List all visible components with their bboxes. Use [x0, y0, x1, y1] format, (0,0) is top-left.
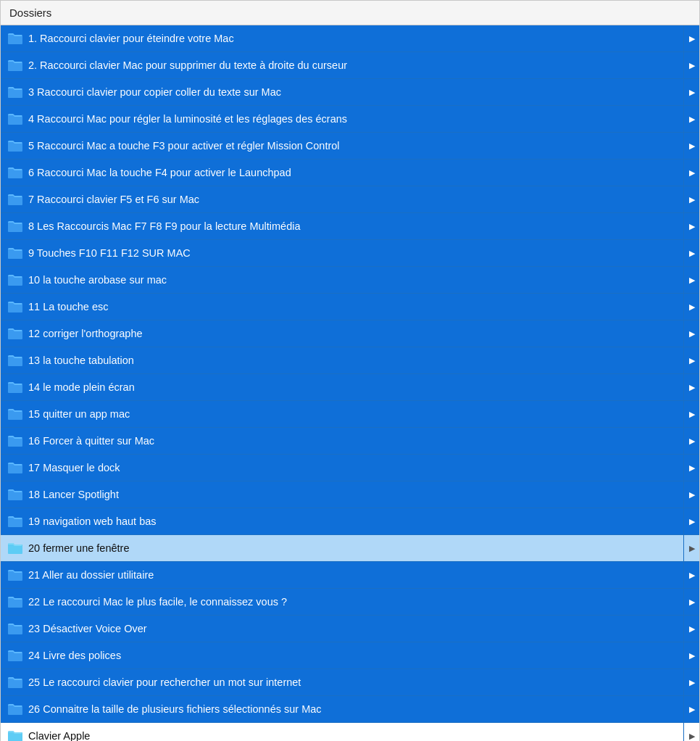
folder-icon — [5, 407, 25, 421]
folder-icon — [5, 595, 25, 609]
chevron-right-icon: ▶ — [683, 616, 699, 642]
list-item[interactable]: 12 corriger l'orthographe▶ — [1, 320, 699, 347]
list-item[interactable]: 22 Le raccourci Mac le plus facile, le c… — [1, 589, 699, 616]
list-item[interactable]: 7 Raccourci clavier F5 et F6 sur Mac▶ — [1, 186, 699, 213]
chevron-right-icon: ▶ — [683, 133, 699, 159]
folder-icon — [5, 568, 25, 582]
folder-icon — [5, 675, 25, 690]
item-label: 26 Connaitre la taille de plusieurs fich… — [25, 698, 683, 720]
list-item[interactable]: 16 Forcer à quitter sur Mac▶ — [1, 428, 699, 455]
list-item[interactable]: 2. Raccourci clavier Mac pour supprimer … — [1, 52, 699, 79]
folder-icon — [5, 702, 25, 716]
chevron-right-icon: ▶ — [683, 25, 699, 51]
folder-icon — [5, 514, 25, 529]
item-label: 7 Raccourci clavier F5 et F6 sur Mac — [25, 189, 683, 210]
list-item[interactable]: 11 La touche esc▶ — [1, 294, 699, 320]
chevron-right-icon: ▶ — [683, 240, 699, 266]
list-item[interactable]: 14 le mode plein écran▶ — [1, 374, 699, 401]
list-item[interactable]: 23 Désactiver Voice Over▶ — [1, 616, 699, 642]
chevron-right-icon: ▶ — [683, 106, 699, 132]
list-item[interactable]: 4 Raccourci Mac pour régler la luminosit… — [1, 106, 699, 133]
folder-icon — [5, 219, 25, 233]
item-label: 24 Livre des polices — [25, 645, 683, 666]
list-item[interactable]: 17 Masquer le dock▶ — [1, 455, 699, 481]
item-label: 19 navigation web haut bas — [25, 510, 683, 532]
folder-icon — [5, 326, 25, 341]
chevron-right-icon: ▶ — [683, 669, 699, 695]
folder-icon — [5, 380, 25, 394]
list-item[interactable]: 13 la touche tabulation▶ — [1, 347, 699, 374]
folder-icon — [5, 541, 25, 555]
chevron-right-icon: ▶ — [683, 267, 699, 293]
chevron-right-icon: ▶ — [683, 186, 699, 212]
item-label: 18 Lancer Spotlight — [25, 484, 683, 505]
list-item[interactable]: 25 Le raccourci clavier pour rechercher … — [1, 669, 699, 696]
item-label: 15 quitter un app mac — [25, 403, 683, 425]
list-item[interactable]: 15 quitter un app mac▶ — [1, 401, 699, 428]
folder-icon — [5, 192, 25, 207]
chevron-right-icon: ▶ — [683, 52, 699, 78]
item-label: 4 Raccourci Mac pour régler la luminosit… — [25, 108, 683, 130]
chevron-right-icon: ▶ — [683, 723, 699, 741]
list-item[interactable]: 21 Aller au dossier utilitaire▶ — [1, 562, 699, 589]
folder-icon — [5, 487, 25, 502]
item-label: 11 La touche esc — [25, 296, 683, 318]
chevron-right-icon: ▶ — [683, 589, 699, 615]
chevron-right-icon: ▶ — [683, 562, 699, 588]
list-item[interactable]: 6 Raccourci Mac la touche F4 pour active… — [1, 160, 699, 186]
folder-icon — [5, 273, 25, 287]
item-label: 5 Raccourci Mac a touche F3 pour activer… — [25, 135, 683, 157]
folder-icon — [5, 165, 25, 180]
list-item[interactable]: 9 Touches F10 F11 F12 SUR MAC▶ — [1, 240, 699, 267]
chevron-right-icon: ▶ — [683, 455, 699, 481]
folder-list: 1. Raccourci clavier pour éteindre votre… — [1, 25, 699, 741]
list-item[interactable]: 8 Les Raccourcis Mac F7 F8 F9 pour la le… — [1, 213, 699, 240]
main-container: Dossiers 1. Raccourci clavier pour étein… — [0, 0, 700, 741]
item-label: 17 Masquer le dock — [25, 457, 683, 479]
chevron-right-icon: ▶ — [683, 428, 699, 454]
chevron-right-icon: ▶ — [683, 79, 699, 105]
folder-icon — [5, 648, 25, 663]
item-label: 8 Les Raccourcis Mac F7 F8 F9 pour la le… — [25, 215, 683, 237]
list-item[interactable]: 24 Livre des polices▶ — [1, 642, 699, 669]
folder-icon — [5, 246, 25, 260]
chevron-right-icon: ▶ — [683, 374, 699, 400]
chevron-right-icon: ▶ — [683, 481, 699, 508]
list-item[interactable]: 18 Lancer Spotlight▶ — [1, 481, 699, 508]
list-item[interactable]: 5 Raccourci Mac a touche F3 pour activer… — [1, 133, 699, 160]
item-label: 10 la touche arobase sur mac — [25, 269, 683, 291]
folder-icon — [5, 460, 25, 475]
list-item[interactable]: 20 fermer une fenêtre▶ — [1, 535, 699, 562]
folder-icon — [5, 31, 25, 46]
header-title: Dossiers — [1, 1, 699, 25]
chevron-right-icon: ▶ — [683, 535, 699, 561]
list-item[interactable]: 1. Raccourci clavier pour éteindre votre… — [1, 25, 699, 52]
item-label: 22 Le raccourci Mac le plus facile, le c… — [25, 591, 683, 613]
folder-icon — [5, 299, 25, 314]
list-item[interactable]: Clavier Apple▶ — [1, 723, 699, 741]
list-item[interactable]: 19 navigation web haut bas▶ — [1, 508, 699, 535]
folder-icon — [5, 85, 25, 99]
chevron-right-icon: ▶ — [683, 213, 699, 239]
list-item[interactable]: 3 Raccourci clavier pour copier coller d… — [1, 79, 699, 106]
item-label: 3 Raccourci clavier pour copier coller d… — [25, 81, 683, 103]
item-label: Clavier Apple — [25, 725, 683, 741]
chevron-right-icon: ▶ — [683, 508, 699, 534]
item-label: 6 Raccourci Mac la touche F4 pour active… — [25, 162, 683, 183]
item-label: 21 Aller au dossier utilitaire — [25, 564, 683, 586]
folder-icon — [5, 729, 25, 741]
item-label: 14 le mode plein écran — [25, 376, 683, 398]
chevron-right-icon: ▶ — [683, 347, 699, 373]
folder-icon — [5, 138, 25, 153]
folder-icon — [5, 353, 25, 368]
item-label: 1. Raccourci clavier pour éteindre votre… — [25, 28, 683, 49]
item-label: 25 Le raccourci clavier pour rechercher … — [25, 671, 683, 693]
list-item[interactable]: 10 la touche arobase sur mac▶ — [1, 267, 699, 294]
chevron-right-icon: ▶ — [683, 696, 699, 722]
folder-icon — [5, 58, 25, 73]
item-label: 12 corriger l'orthographe — [25, 323, 683, 344]
list-item[interactable]: 26 Connaitre la taille de plusieurs fich… — [1, 696, 699, 723]
item-label: 13 la touche tabulation — [25, 349, 683, 371]
chevron-right-icon: ▶ — [683, 160, 699, 186]
item-label: 20 fermer une fenêtre — [25, 537, 683, 559]
